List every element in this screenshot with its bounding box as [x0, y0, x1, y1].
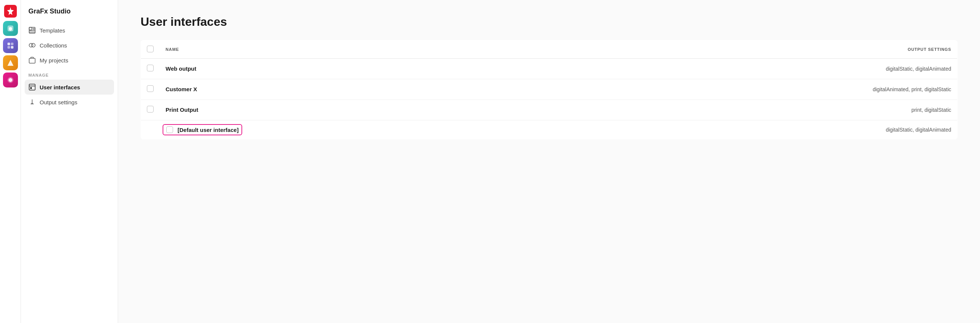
- sidebar-item-collections[interactable]: Collections: [21, 38, 118, 53]
- my-projects-icon: [29, 56, 36, 64]
- svg-marker-5: [8, 60, 13, 66]
- sidebar-item-collections-label: Collections: [40, 42, 67, 49]
- row-checkbox-cell[interactable]: [141, 79, 160, 100]
- row-checkbox-cell[interactable]: [141, 59, 160, 79]
- select-all-header[interactable]: [141, 40, 160, 59]
- row-checkbox-web-output[interactable]: [147, 65, 154, 72]
- svg-rect-1: [8, 43, 10, 45]
- user-interfaces-table: NAME OUTPUT SETTINGS Web output digitalS…: [140, 40, 958, 140]
- table-row: Web output digitalStatic, digitalAnimate…: [141, 59, 958, 79]
- row-checkbox-default-ui[interactable]: [166, 126, 173, 133]
- row-name-text: Customer X: [165, 86, 197, 92]
- row-output-settings-text: digitalStatic, digitalAnimated: [886, 66, 951, 72]
- svg-rect-4: [11, 46, 13, 49]
- sidebar-item-output-settings[interactable]: Output settings: [21, 95, 118, 110]
- row-name-text-default: [Default user interface]: [178, 127, 239, 133]
- row-checkbox-cell[interactable]: [141, 100, 160, 120]
- sidebar-item-user-interfaces[interactable]: User interfaces: [25, 80, 114, 95]
- svg-rect-17: [30, 87, 32, 89]
- name-column-header: NAME: [160, 40, 547, 59]
- row-name-cell: Print Output: [160, 100, 547, 120]
- grafx-studio-nav-icon[interactable]: [3, 21, 18, 36]
- row-checkbox-cell[interactable]: [141, 120, 160, 140]
- icon-sidebar: [0, 0, 21, 323]
- orange-app-icon[interactable]: [3, 55, 18, 70]
- row-name-cell-highlighted: [Default user interface]: [160, 120, 547, 140]
- sidebar-item-my-projects-label: My projects: [40, 57, 68, 64]
- manage-section-label: MANAGE: [21, 68, 118, 80]
- svg-point-13: [32, 43, 35, 47]
- main-content: User interfaces NAME OUTPUT SETTINGS Web…: [118, 0, 980, 323]
- sidebar-item-templates-label: Templates: [40, 27, 65, 33]
- select-all-checkbox[interactable]: [147, 46, 154, 53]
- table-row: Customer X digitalAnimated, print, digit…: [141, 79, 958, 100]
- highlighted-row-border[interactable]: [Default user interface]: [162, 124, 242, 135]
- row-output-settings-cell: digitalAnimated, print, digitalStatic: [547, 79, 957, 100]
- output-settings-icon: [29, 98, 36, 106]
- table-row: Print Output print, digitalStatic: [141, 100, 958, 120]
- row-name-cell: Customer X: [160, 79, 547, 100]
- row-output-settings-cell: digitalStatic, digitalAnimated: [547, 120, 957, 140]
- sidebar-item-my-projects[interactable]: My projects: [21, 53, 118, 68]
- row-output-settings-cell: digitalStatic, digitalAnimated: [547, 59, 957, 79]
- row-output-settings-text: print, digitalStatic: [911, 107, 951, 113]
- row-checkbox-customer-x[interactable]: [147, 85, 154, 92]
- sidebar-item-user-interfaces-label: User interfaces: [40, 84, 80, 91]
- row-checkbox-print-output[interactable]: [147, 106, 154, 113]
- pink-app-icon[interactable]: [3, 73, 18, 88]
- svg-rect-2: [11, 43, 13, 45]
- svg-rect-3: [8, 46, 10, 49]
- purple-app-icon[interactable]: [3, 38, 18, 53]
- app-title: GraFx Studio: [21, 8, 118, 23]
- svg-rect-15: [29, 84, 35, 90]
- templates-icon: [29, 27, 36, 34]
- nav-sidebar: GraFx Studio Templates Collections: [21, 0, 118, 323]
- sidebar-item-templates[interactable]: Templates: [21, 23, 118, 38]
- row-output-settings-cell: print, digitalStatic: [547, 100, 957, 120]
- table-row-highlighted: [Default user interface] digitalStatic, …: [141, 120, 958, 140]
- user-interfaces-icon: [29, 83, 36, 91]
- svg-rect-14: [29, 58, 35, 63]
- app-logo-icon[interactable]: [3, 4, 18, 19]
- row-name-text: Print Output: [165, 107, 198, 113]
- row-name-text: Web output: [165, 65, 196, 72]
- page-title: User interfaces: [140, 15, 958, 29]
- row-name-cell: Web output: [160, 59, 547, 79]
- collections-icon: [29, 41, 36, 49]
- row-output-settings-text: digitalAnimated, print, digitalStatic: [873, 86, 951, 92]
- sidebar-item-output-settings-label: Output settings: [40, 99, 77, 105]
- row-output-settings-text: digitalStatic, digitalAnimated: [886, 127, 951, 133]
- output-settings-column-header: OUTPUT SETTINGS: [547, 40, 957, 59]
